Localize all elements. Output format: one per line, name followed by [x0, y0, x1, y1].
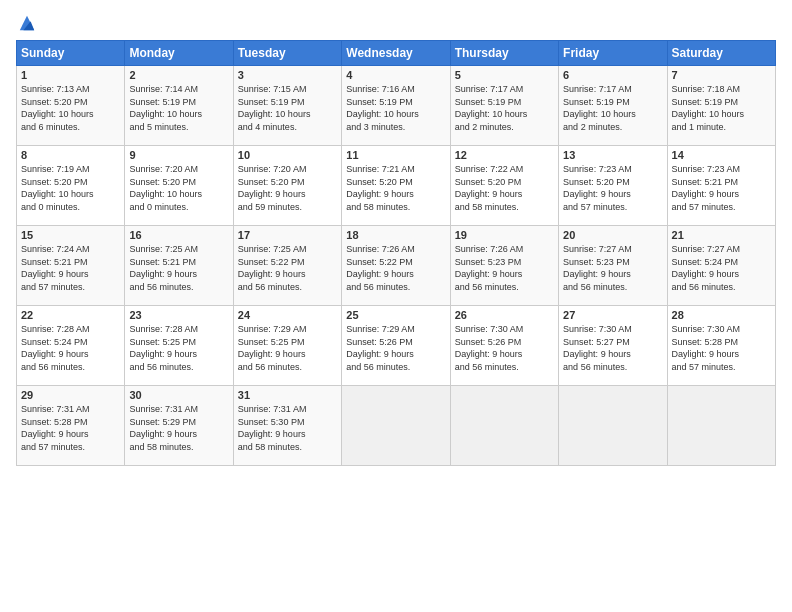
cell-info: Sunrise: 7:15 AM Sunset: 5:19 PM Dayligh… — [238, 83, 337, 133]
calendar-cell: 20Sunrise: 7:27 AM Sunset: 5:23 PM Dayli… — [559, 226, 667, 306]
logo-text — [16, 14, 36, 32]
calendar-cell: 7Sunrise: 7:18 AM Sunset: 5:19 PM Daylig… — [667, 66, 775, 146]
day-number: 5 — [455, 69, 554, 81]
day-number: 24 — [238, 309, 337, 321]
day-number: 19 — [455, 229, 554, 241]
calendar-cell: 4Sunrise: 7:16 AM Sunset: 5:19 PM Daylig… — [342, 66, 450, 146]
cell-info: Sunrise: 7:14 AM Sunset: 5:19 PM Dayligh… — [129, 83, 228, 133]
calendar-cell: 29Sunrise: 7:31 AM Sunset: 5:28 PM Dayli… — [17, 386, 125, 466]
day-number: 8 — [21, 149, 120, 161]
calendar-week-row: 1Sunrise: 7:13 AM Sunset: 5:20 PM Daylig… — [17, 66, 776, 146]
day-number: 21 — [672, 229, 771, 241]
day-number: 15 — [21, 229, 120, 241]
calendar-cell: 21Sunrise: 7:27 AM Sunset: 5:24 PM Dayli… — [667, 226, 775, 306]
calendar-cell: 25Sunrise: 7:29 AM Sunset: 5:26 PM Dayli… — [342, 306, 450, 386]
weekday-header: Monday — [125, 41, 233, 66]
calendar-cell: 27Sunrise: 7:30 AM Sunset: 5:27 PM Dayli… — [559, 306, 667, 386]
calendar-cell: 28Sunrise: 7:30 AM Sunset: 5:28 PM Dayli… — [667, 306, 775, 386]
cell-info: Sunrise: 7:31 AM Sunset: 5:30 PM Dayligh… — [238, 403, 337, 453]
calendar-cell: 11Sunrise: 7:21 AM Sunset: 5:20 PM Dayli… — [342, 146, 450, 226]
calendar-week-row: 15Sunrise: 7:24 AM Sunset: 5:21 PM Dayli… — [17, 226, 776, 306]
day-number: 26 — [455, 309, 554, 321]
day-number: 22 — [21, 309, 120, 321]
calendar-cell: 3Sunrise: 7:15 AM Sunset: 5:19 PM Daylig… — [233, 66, 341, 146]
logo — [16, 14, 36, 32]
cell-info: Sunrise: 7:31 AM Sunset: 5:29 PM Dayligh… — [129, 403, 228, 453]
cell-info: Sunrise: 7:26 AM Sunset: 5:23 PM Dayligh… — [455, 243, 554, 293]
day-number: 7 — [672, 69, 771, 81]
calendar-cell: 1Sunrise: 7:13 AM Sunset: 5:20 PM Daylig… — [17, 66, 125, 146]
calendar-week-row: 29Sunrise: 7:31 AM Sunset: 5:28 PM Dayli… — [17, 386, 776, 466]
cell-info: Sunrise: 7:30 AM Sunset: 5:27 PM Dayligh… — [563, 323, 662, 373]
day-number: 1 — [21, 69, 120, 81]
day-number: 31 — [238, 389, 337, 401]
calendar-cell: 14Sunrise: 7:23 AM Sunset: 5:21 PM Dayli… — [667, 146, 775, 226]
day-number: 20 — [563, 229, 662, 241]
weekday-header: Wednesday — [342, 41, 450, 66]
calendar-cell: 24Sunrise: 7:29 AM Sunset: 5:25 PM Dayli… — [233, 306, 341, 386]
weekday-header: Tuesday — [233, 41, 341, 66]
calendar-cell: 2Sunrise: 7:14 AM Sunset: 5:19 PM Daylig… — [125, 66, 233, 146]
day-number: 25 — [346, 309, 445, 321]
cell-info: Sunrise: 7:26 AM Sunset: 5:22 PM Dayligh… — [346, 243, 445, 293]
cell-info: Sunrise: 7:31 AM Sunset: 5:28 PM Dayligh… — [21, 403, 120, 453]
header-row: SundayMondayTuesdayWednesdayThursdayFrid… — [17, 41, 776, 66]
calendar-cell: 16Sunrise: 7:25 AM Sunset: 5:21 PM Dayli… — [125, 226, 233, 306]
cell-info: Sunrise: 7:27 AM Sunset: 5:24 PM Dayligh… — [672, 243, 771, 293]
weekday-header: Sunday — [17, 41, 125, 66]
calendar-cell: 5Sunrise: 7:17 AM Sunset: 5:19 PM Daylig… — [450, 66, 558, 146]
cell-info: Sunrise: 7:19 AM Sunset: 5:20 PM Dayligh… — [21, 163, 120, 213]
calendar-cell: 10Sunrise: 7:20 AM Sunset: 5:20 PM Dayli… — [233, 146, 341, 226]
cell-info: Sunrise: 7:17 AM Sunset: 5:19 PM Dayligh… — [455, 83, 554, 133]
cell-info: Sunrise: 7:28 AM Sunset: 5:24 PM Dayligh… — [21, 323, 120, 373]
cell-info: Sunrise: 7:28 AM Sunset: 5:25 PM Dayligh… — [129, 323, 228, 373]
day-number: 14 — [672, 149, 771, 161]
day-number: 11 — [346, 149, 445, 161]
cell-info: Sunrise: 7:21 AM Sunset: 5:20 PM Dayligh… — [346, 163, 445, 213]
calendar-cell: 15Sunrise: 7:24 AM Sunset: 5:21 PM Dayli… — [17, 226, 125, 306]
logo-icon — [18, 14, 36, 32]
calendar-cell: 17Sunrise: 7:25 AM Sunset: 5:22 PM Dayli… — [233, 226, 341, 306]
cell-info: Sunrise: 7:20 AM Sunset: 5:20 PM Dayligh… — [238, 163, 337, 213]
calendar-cell: 30Sunrise: 7:31 AM Sunset: 5:29 PM Dayli… — [125, 386, 233, 466]
cell-info: Sunrise: 7:18 AM Sunset: 5:19 PM Dayligh… — [672, 83, 771, 133]
calendar-cell — [342, 386, 450, 466]
day-number: 30 — [129, 389, 228, 401]
calendar-cell: 12Sunrise: 7:22 AM Sunset: 5:20 PM Dayli… — [450, 146, 558, 226]
calendar-cell: 31Sunrise: 7:31 AM Sunset: 5:30 PM Dayli… — [233, 386, 341, 466]
calendar-cell: 8Sunrise: 7:19 AM Sunset: 5:20 PM Daylig… — [17, 146, 125, 226]
calendar-cell — [667, 386, 775, 466]
calendar-cell: 6Sunrise: 7:17 AM Sunset: 5:19 PM Daylig… — [559, 66, 667, 146]
calendar-week-row: 22Sunrise: 7:28 AM Sunset: 5:24 PM Dayli… — [17, 306, 776, 386]
weekday-header: Friday — [559, 41, 667, 66]
page: SundayMondayTuesdayWednesdayThursdayFrid… — [0, 0, 792, 612]
day-number: 17 — [238, 229, 337, 241]
day-number: 16 — [129, 229, 228, 241]
day-number: 2 — [129, 69, 228, 81]
day-number: 29 — [21, 389, 120, 401]
day-number: 4 — [346, 69, 445, 81]
day-number: 13 — [563, 149, 662, 161]
cell-info: Sunrise: 7:25 AM Sunset: 5:21 PM Dayligh… — [129, 243, 228, 293]
cell-info: Sunrise: 7:16 AM Sunset: 5:19 PM Dayligh… — [346, 83, 445, 133]
calendar-cell: 13Sunrise: 7:23 AM Sunset: 5:20 PM Dayli… — [559, 146, 667, 226]
calendar-cell: 9Sunrise: 7:20 AM Sunset: 5:20 PM Daylig… — [125, 146, 233, 226]
cell-info: Sunrise: 7:24 AM Sunset: 5:21 PM Dayligh… — [21, 243, 120, 293]
calendar-week-row: 8Sunrise: 7:19 AM Sunset: 5:20 PM Daylig… — [17, 146, 776, 226]
cell-info: Sunrise: 7:25 AM Sunset: 5:22 PM Dayligh… — [238, 243, 337, 293]
day-number: 10 — [238, 149, 337, 161]
cell-info: Sunrise: 7:27 AM Sunset: 5:23 PM Dayligh… — [563, 243, 662, 293]
day-number: 18 — [346, 229, 445, 241]
calendar-cell — [559, 386, 667, 466]
calendar-cell: 23Sunrise: 7:28 AM Sunset: 5:25 PM Dayli… — [125, 306, 233, 386]
cell-info: Sunrise: 7:23 AM Sunset: 5:21 PM Dayligh… — [672, 163, 771, 213]
day-number: 23 — [129, 309, 228, 321]
cell-info: Sunrise: 7:17 AM Sunset: 5:19 PM Dayligh… — [563, 83, 662, 133]
day-number: 27 — [563, 309, 662, 321]
weekday-header: Saturday — [667, 41, 775, 66]
cell-info: Sunrise: 7:23 AM Sunset: 5:20 PM Dayligh… — [563, 163, 662, 213]
calendar-table: SundayMondayTuesdayWednesdayThursdayFrid… — [16, 40, 776, 466]
calendar-cell: 18Sunrise: 7:26 AM Sunset: 5:22 PM Dayli… — [342, 226, 450, 306]
cell-info: Sunrise: 7:30 AM Sunset: 5:28 PM Dayligh… — [672, 323, 771, 373]
day-number: 28 — [672, 309, 771, 321]
